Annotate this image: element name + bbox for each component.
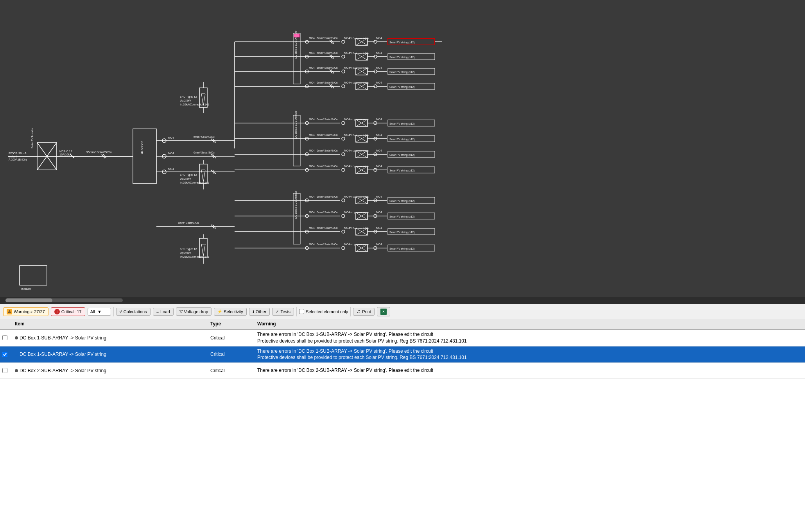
svg-text:MC4: MC4 (376, 52, 382, 54)
svg-text:MC4: MC4 (309, 118, 315, 121)
row-checkbox-col (0, 352, 12, 357)
selected-element-label[interactable]: Selected element only (306, 309, 348, 314)
row-warning: There are errors in 'DC Box 1-SUB-ARRAY … (254, 346, 805, 363)
svg-text:MC4: MC4 (376, 243, 382, 246)
tests-icon: ✓ (276, 309, 279, 314)
voltage-drop-icon: ▽ (179, 309, 183, 314)
svg-text:Solar PV string (x12): Solar PV string (x12) (389, 154, 415, 157)
selectivity-button[interactable]: ⚡ Selectivity (214, 308, 247, 316)
other-button[interactable]: ℹ Other (249, 308, 270, 316)
svg-text:16A/10kA: 16A/10kA (59, 153, 72, 156)
svg-text:MC4: MC4 (376, 195, 382, 198)
excel-button[interactable]: X (377, 307, 390, 316)
svg-text:6mm² Solar/S/Cu: 6mm² Solar/S/Cu (317, 37, 338, 39)
row-checkbox[interactable] (2, 368, 7, 373)
svg-text:MC4: MC4 (376, 149, 382, 152)
svg-text:6mm² Solar/S/Cu: 6mm² Solar/S/Cu (317, 52, 338, 54)
svg-text:Isolator: Isolator (21, 287, 32, 291)
svg-text:Up:2.5kV: Up:2.5kV (180, 252, 191, 255)
svg-text:Solar PV string (x12): Solar PV string (x12) (389, 169, 415, 172)
tests-button[interactable]: ✓ Tests (272, 308, 294, 316)
svg-text:6mm² Solar/S/Cu: 6mm² Solar/S/Cu (317, 211, 338, 214)
svg-text:MC4: MC4 (376, 134, 382, 136)
row-checkbox-col (0, 368, 12, 373)
svg-text:Solar PV string (x12): Solar PV string (x12) (389, 86, 415, 89)
print-button[interactable]: 🖨 Print (353, 308, 375, 316)
svg-text:Solar PV string (x12): Solar PV string (x12) (389, 56, 415, 59)
row-item: DC Box 1-SUB-ARRAY -> Solar PV string (12, 330, 207, 346)
row-item-text: DC Box 1-SUB-ARRAY -> Solar PV string (20, 335, 106, 341)
warning-icon: ⚠ (7, 309, 12, 314)
row-checkbox-col (0, 335, 12, 340)
table-row[interactable]: DC Box 1-SUB-ARRAY -> Solar PV stringCri… (0, 330, 805, 346)
scroll-area[interactable] (0, 297, 805, 304)
calculations-button[interactable]: √ Calculations (116, 308, 151, 316)
svg-text:6mm² Solar/S/Cu: 6mm² Solar/S/Cu (317, 195, 338, 198)
svg-text:MC4: MC4 (376, 211, 382, 214)
voltage-drop-label: Voltage drop (184, 309, 208, 314)
svg-text:In:20kA/Connection:1+1: In:20kA/Connection:1+1 (180, 103, 209, 106)
svg-text:35mm² Solar/S/Cu: 35mm² Solar/S/Cu (86, 150, 112, 154)
load-icon: ≡ (156, 309, 159, 314)
svg-text:MC4: MC4 (309, 134, 315, 136)
selectivity-label: Selectivity (224, 309, 243, 314)
svg-text:MC4: MC4 (376, 66, 382, 69)
svg-text:Solar PV string (x12): Solar PV string (x12) (389, 41, 415, 44)
svg-text:6mm² Solar/S/Cu: 6mm² Solar/S/Cu (317, 118, 338, 121)
svg-text:MC4: MC4 (168, 136, 174, 139)
row-dot-indicator (15, 353, 18, 356)
type-header-label: Type (210, 321, 221, 327)
selected-element-checkbox[interactable] (299, 309, 304, 314)
svg-text:RCCB 30mA: RCCB 30mA (9, 152, 27, 155)
table-area: Item Type Warning DC Box 1-SUB-ARRAY -> … (0, 319, 805, 532)
svg-text:6mm² Solar/S/Cu: 6mm² Solar/S/Cu (317, 165, 338, 168)
svg-text:MC4: MC4 (309, 195, 315, 198)
svg-text:6mm² Solar/S/Cu: 6mm² Solar/S/Cu (317, 134, 338, 136)
svg-text:6mm² Solar/S/Cu: 6mm² Solar/S/Cu (194, 136, 215, 138)
row-checkbox[interactable] (2, 335, 7, 340)
load-label: Load (160, 309, 170, 314)
svg-text:MC4: MC4 (309, 66, 315, 69)
print-label: Print (362, 309, 371, 314)
horizontal-scrollbar[interactable] (5, 298, 123, 302)
diagram-area[interactable]: RCCB 30mA Instant A 100A (Bi-Dir) Solar … (0, 0, 805, 297)
critical-button[interactable]: ! Critical: 17 (51, 307, 85, 316)
svg-text:A 100A (Bi-Dir): A 100A (Bi-Dir) (9, 158, 27, 161)
calculations-icon: √ (120, 309, 122, 314)
load-button[interactable]: ≡ Load (153, 308, 174, 316)
row-dot-indicator (15, 336, 18, 339)
row-warning: There are errors in 'DC Box 1-SUB-ARRAY … (254, 330, 805, 346)
svg-text:MC4: MC4 (376, 118, 382, 121)
svg-text:MC4: MC4 (376, 37, 382, 39)
separator-3 (350, 307, 351, 316)
svg-text:MC4: MC4 (309, 227, 315, 229)
tests-label: Tests (280, 309, 290, 314)
selectivity-icon: ⚡ (217, 309, 222, 314)
table-row[interactable]: DC Box 2-SUB-ARRAY -> Solar PV stringCri… (0, 363, 805, 378)
filter-dropdown[interactable]: All ▼ (88, 308, 111, 316)
svg-text:Up:2.5kV: Up:2.5kV (180, 99, 191, 102)
critical-label: Critical: 17 (61, 309, 82, 314)
voltage-drop-button[interactable]: ▽ Voltage drop (176, 307, 212, 316)
row-type: Critical (207, 346, 254, 363)
header-warning-col: Warning (254, 321, 805, 327)
header-type-col: Type (207, 321, 254, 327)
svg-text:MC4: MC4 (309, 81, 315, 84)
svg-text:Solar PV string (x12): Solar PV string (x12) (389, 138, 415, 141)
svg-text:MC4: MC4 (309, 165, 315, 168)
svg-text:SPD Type: T2: SPD Type: T2 (180, 248, 197, 251)
svg-text:6mm² Solar/S/Cu: 6mm² Solar/S/Cu (317, 227, 338, 229)
svg-text:6mm² Solar/S/Cu: 6mm² Solar/S/Cu (317, 66, 338, 69)
warnings-button[interactable]: ⚠ Warnings: 27/27 (3, 307, 48, 316)
separator-1 (113, 307, 114, 316)
svg-text:MC4: MC4 (309, 149, 315, 152)
svg-text:SPD Type: T2: SPD Type: T2 (180, 173, 197, 177)
row-checkbox[interactable] (2, 352, 7, 357)
row-dot-indicator (15, 369, 18, 372)
svg-text:6mm² Solar/S/Cu: 6mm² Solar/S/Cu (317, 149, 338, 152)
scrollbar-thumb[interactable] (5, 298, 52, 302)
table-row[interactable]: DC Box 1-SUB-ARRAY -> Solar PV stringCri… (0, 346, 805, 363)
svg-text:MC4: MC4 (376, 81, 382, 84)
svg-text:MC4: MC4 (309, 211, 315, 214)
row-item: DC Box 1-SUB-ARRAY -> Solar PV string (12, 346, 207, 363)
